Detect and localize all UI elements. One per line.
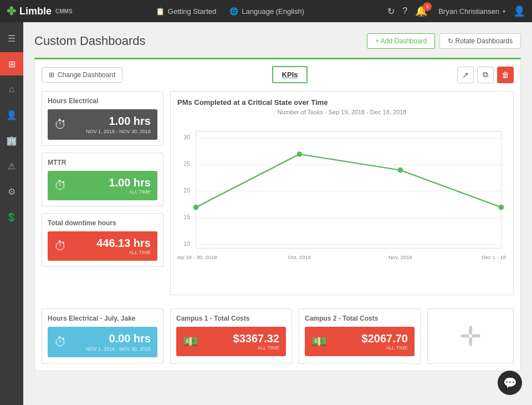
mini-kpi-card-1: Hours Electrical - July, Jake ⏱ 0.00 hrs… — [42, 308, 163, 364]
mini-kpi-box-2: 💵 $3367.32 ALL TIME — [176, 327, 286, 356]
app-logo[interactable]: ✤ Limble CMMS — [7, 4, 73, 18]
refresh-icon[interactable]: ↻ — [387, 6, 395, 17]
mini-kpi-val-wrap-2: $3367.32 ALL TIME — [233, 332, 279, 351]
chart-line — [196, 154, 502, 207]
language-icon: 🌐 — [229, 7, 238, 16]
mini-kpi-title-3: Campus 2 - Total Costs — [305, 315, 415, 322]
help-icon[interactable]: ? — [402, 6, 407, 16]
sidebar-item-assets[interactable]: 🏢 — [0, 129, 23, 152]
rotate-dashboards-button[interactable]: ↻ Rotate Dashboards — [439, 33, 521, 49]
kpi-val-1: 1.00 hrs — [86, 115, 151, 128]
add-dashboard-button[interactable]: + Add Dashboard — [367, 33, 435, 49]
delete-button[interactable]: 🗑 — [497, 67, 514, 83]
sidebar-item-home[interactable]: ⌂ — [0, 78, 23, 101]
mini-kpi-val-wrap-1: 0.00 hrs NOV 1, 2018 - NOV 30, 2018 — [86, 332, 151, 352]
tab-kpis[interactable]: KPIs — [272, 66, 308, 83]
kpi-card-downtime: Total downtime hours ⏱ 446.13 hrs ALL TI… — [42, 213, 163, 267]
mini-kpi-box-3: 💵 $2067.70 ALL TIME — [305, 327, 415, 356]
notification-wrapper: 🔔 9 — [415, 5, 431, 17]
kpi-val-2: 1.00 hrs — [109, 176, 151, 189]
logo-icon: ✤ — [7, 4, 16, 18]
chart-card: PMs Completed at a Critical State over T… — [170, 91, 514, 295]
clock-icon-2: ⏱ — [54, 179, 66, 193]
page-title: Custom Dashboards — [34, 34, 146, 48]
mini-kpi-sub-1: NOV 1, 2018 - NOV 30, 2018 — [86, 346, 151, 352]
sidebar-item-dashboard[interactable]: ⊞ — [0, 52, 23, 75]
kpi-card-title-2: MTTR — [48, 159, 157, 166]
svg-text:Oct, 2018: Oct, 2018 — [288, 254, 311, 260]
svg-text:20: 20 — [183, 187, 190, 194]
svg-text:Nov, 2018: Nov, 2018 — [388, 254, 412, 260]
add-widget-box[interactable]: ✛ — [427, 308, 514, 364]
user-menu[interactable]: Bryan Christiansen ▾ — [438, 7, 505, 16]
home-icon: ⌂ — [9, 84, 14, 94]
logo-text: Limble — [19, 6, 52, 17]
page-header: Custom Dashboards + Add Dashboard ↻ Rota… — [34, 33, 521, 49]
chat-icon: 💬 — [503, 376, 517, 389]
dashboard-grid: Hours Electrical ⏱ 1.00 hrs NOV 1, 2018 … — [42, 91, 514, 302]
user-avatar-icon[interactable]: 👤 — [513, 5, 525, 17]
copy-icon: ⧉ — [483, 70, 488, 79]
kpi-card-title-1: Hours Electrical — [48, 97, 157, 105]
kpi-value-box-2: ⏱ 1.00 hrs ALL TIME — [48, 171, 157, 200]
copy-button[interactable]: ⧉ — [477, 67, 494, 83]
top-navigation: ✤ Limble CMMS 📋 Getting Started 🌐 Langua… — [0, 0, 532, 22]
svg-text:30: 30 — [183, 134, 190, 140]
kpi-sub-2: ALL TIME — [109, 189, 151, 195]
share-icon: ↗ — [462, 70, 469, 79]
change-dashboard-button[interactable]: ⊞ Change Dashboard — [42, 67, 122, 83]
dollar-icon-b3: 💵 — [311, 335, 326, 349]
data-point-1 — [193, 205, 199, 210]
kpi-val-wrap-2: 1.00 hrs ALL TIME — [109, 176, 151, 195]
svg-text:10: 10 — [183, 240, 190, 247]
kpi-value-box-1: ⏱ 1.00 hrs NOV 1, 2018 - NOV 30, 2018 — [48, 109, 157, 140]
sidebar-item-finance[interactable]: 💲 — [0, 205, 23, 229]
clock-icon-1: ⏱ — [54, 118, 66, 132]
nav-right: ↻ ? 🔔 9 Bryan Christiansen ▾ 👤 — [387, 5, 525, 17]
kpi-val-wrap-1: 1.00 hrs NOV 1, 2018 - NOV 30, 2018 — [86, 115, 151, 134]
line-chart: 30 25 20 15 10 — [177, 120, 507, 286]
nav-center: 📋 Getting Started 🌐 Language (English) — [81, 7, 379, 16]
kpi-val-wrap-3: 446.13 hrs ALL TIME — [96, 237, 151, 255]
dashboard-toolbar: ⊞ Change Dashboard KPIs ↗ ⧉ 🗑 — [42, 66, 514, 83]
kpi-column: Hours Electrical ⏱ 1.00 hrs NOV 1, 2018 … — [42, 91, 163, 295]
nav-getting-started[interactable]: 📋 Getting Started — [156, 7, 216, 16]
mini-kpi-val-2: $3367.32 — [233, 332, 279, 345]
bottom-row: Hours Electrical - July, Jake ⏱ 0.00 hrs… — [42, 308, 514, 364]
svg-text:Sep 19 - 30, 2018: Sep 19 - 30, 2018 — [177, 254, 217, 260]
svg-text:Dec 1 - 18, 2018: Dec 1 - 18, 2018 — [482, 254, 507, 260]
getting-started-icon: 📋 — [156, 7, 165, 16]
dashboard-icon: ⊞ — [8, 59, 16, 69]
kpi-card-title-3: Total downtime hours — [48, 219, 157, 227]
menu-icon: ☰ — [8, 33, 16, 44]
chat-bubble[interactable]: 💬 — [498, 371, 522, 395]
sidebar-item-settings[interactable]: ⚙ — [0, 180, 23, 203]
sidebar-item-menu[interactable]: ☰ — [0, 27, 23, 50]
mini-kpi-card-3: Campus 2 - Total Costs 💵 $2067.70 ALL TI… — [299, 308, 421, 364]
toolbar-actions: ↗ ⧉ 🗑 — [457, 67, 514, 83]
gear-icon: ⚙ — [8, 186, 16, 197]
username-label: Bryan Christiansen — [438, 7, 499, 16]
main-content: Custom Dashboards + Add Dashboard ↻ Rota… — [23, 22, 532, 405]
clock-icon-b1: ⏱ — [54, 335, 66, 350]
sidebar-item-alerts[interactable]: ⚠ — [0, 154, 23, 178]
share-button[interactable]: ↗ — [457, 67, 474, 83]
mini-kpi-sub-2: ALL TIME — [233, 345, 279, 351]
change-dashboard-label: Change Dashboard — [58, 71, 115, 79]
chart-title: PMs Completed at a Critical State over T… — [177, 98, 507, 107]
building-icon: 🏢 — [6, 135, 17, 146]
add-widget-icon: ✛ — [459, 321, 482, 352]
mini-kpi-title-1: Hours Electrical - July, Jake — [48, 315, 157, 322]
notification-badge: 9 — [423, 2, 432, 11]
sidebar-item-user[interactable]: 👤 — [0, 103, 23, 126]
logo-cmms: CMMS — [55, 8, 73, 14]
nav-language[interactable]: 🌐 Language (English) — [229, 7, 304, 16]
mini-kpi-sub-3: ALL TIME — [362, 345, 408, 351]
dashboard-container: ⊞ Change Dashboard KPIs ↗ ⧉ 🗑 — [34, 58, 521, 371]
data-point-4 — [499, 205, 504, 210]
svg-text:15: 15 — [183, 214, 190, 220]
kpi-value-box-3: ⏱ 446.13 hrs ALL TIME — [48, 231, 157, 261]
person-icon: 👤 — [6, 110, 17, 120]
chevron-down-icon: ▾ — [503, 8, 505, 14]
mini-kpi-box-1: ⏱ 0.00 hrs NOV 1, 2018 - NOV 30, 2018 — [48, 327, 157, 357]
